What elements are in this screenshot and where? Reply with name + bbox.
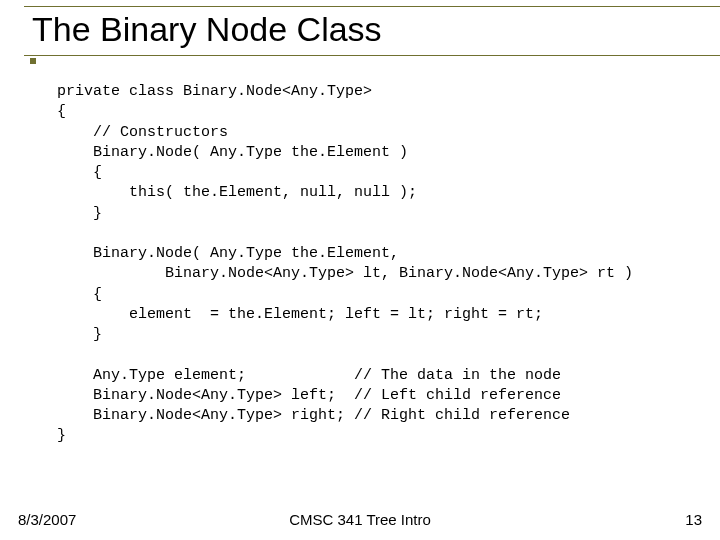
footer-page-number: 13 — [685, 511, 702, 528]
top-rule — [24, 6, 720, 7]
slide: The Binary Node Class private class Bina… — [0, 0, 720, 540]
footer-center: CMSC 341 Tree Intro — [0, 511, 720, 528]
slide-title: The Binary Node Class — [32, 10, 382, 49]
bullet-square-icon — [30, 58, 36, 64]
code-block: private class Binary.Node<Any.Type> { //… — [57, 82, 633, 447]
title-underline — [24, 55, 720, 56]
